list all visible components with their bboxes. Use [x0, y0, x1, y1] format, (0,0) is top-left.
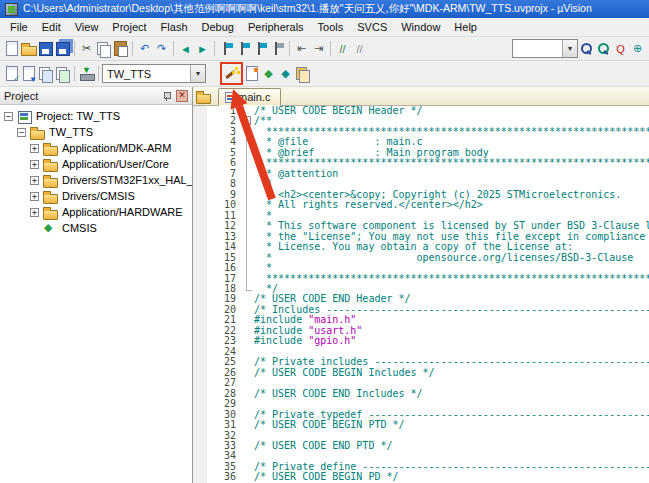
rebuild-icon[interactable] — [37, 65, 54, 83]
menu-project[interactable]: Project — [105, 19, 153, 35]
target-select[interactable]: TW_TTS▾ — [102, 64, 206, 83]
menu-flash[interactable]: Flash — [154, 19, 195, 35]
bookmark-next-icon[interactable] — [252, 40, 269, 58]
build-icon[interactable] — [20, 65, 37, 83]
pack-installer-icon[interactable]: ◆ — [277, 65, 294, 83]
fold-marker[interactable] — [241, 253, 254, 263]
tree-item[interactable]: +Application/MDK-ARM — [0, 140, 192, 156]
fold-marker[interactable] — [241, 221, 254, 231]
fold-marker[interactable] — [241, 232, 254, 242]
expand-icon[interactable]: + — [30, 160, 39, 169]
fold-marker[interactable]: − — [241, 116, 254, 126]
code-text — [254, 399, 649, 409]
fold-marker[interactable] — [241, 274, 254, 284]
browse-icon[interactable]: ⊕ — [629, 40, 646, 58]
collapse-icon[interactable]: − — [4, 112, 13, 121]
books-icon[interactable] — [294, 65, 311, 83]
fold-marker[interactable] — [241, 148, 254, 158]
menu-edit[interactable]: Edit — [35, 19, 68, 35]
copy-icon[interactable] — [95, 40, 112, 58]
find-in-files-icon[interactable] — [595, 40, 612, 58]
comment-icon[interactable]: // — [334, 40, 351, 58]
fold-marker[interactable] — [241, 158, 254, 168]
code-text: * — [254, 263, 649, 273]
tree-item[interactable]: CMSIS — [0, 220, 192, 236]
fold-marker[interactable] — [241, 200, 254, 210]
menu-window[interactable]: Window — [394, 19, 447, 35]
bookmark-clear-icon[interactable] — [269, 40, 286, 58]
project-panel-header: Project ✕ — [0, 87, 192, 105]
code-text: #include "usart.h" — [254, 326, 649, 336]
navigate-back-icon[interactable]: ◄ — [177, 40, 194, 58]
undo-icon[interactable]: ↶ — [136, 40, 153, 58]
open-file-icon[interactable] — [20, 40, 37, 58]
fold-marker[interactable] — [241, 263, 254, 273]
navigate-forward-icon[interactable]: ► — [194, 40, 211, 58]
fold-marker[interactable] — [241, 242, 254, 252]
expand-icon[interactable]: + — [30, 144, 39, 153]
tree-item-label: Application/User/Core — [62, 158, 169, 170]
bookmark-prev-icon[interactable] — [235, 40, 252, 58]
fold-margin — [241, 305, 254, 315]
save-all-icon[interactable] — [54, 40, 71, 58]
menu-peripherals[interactable]: Peripherals — [241, 19, 311, 35]
pin-icon[interactable] — [162, 91, 172, 101]
fold-marker[interactable] — [241, 190, 254, 200]
folder-icon[interactable] — [196, 90, 211, 103]
menu-file[interactable]: File — [3, 19, 35, 35]
file-extensions-icon[interactable] — [243, 65, 260, 83]
menu-help[interactable]: Help — [447, 19, 484, 35]
expand-icon[interactable]: + — [30, 192, 39, 201]
new-file-icon[interactable] — [3, 40, 20, 58]
chevron-down-icon[interactable]: ▾ — [190, 65, 205, 82]
fold-marker[interactable] — [241, 169, 254, 179]
code-line: 36/* USER CODE BEGIN PD */ — [193, 472, 649, 482]
tree-item[interactable]: +Drivers/STM32F1xx_HAL_Driver — [0, 172, 192, 188]
fold-marker[interactable] — [241, 137, 254, 147]
expand-icon[interactable]: + — [30, 176, 39, 185]
tab-main-c[interactable]: main.c — [218, 88, 281, 106]
expand-icon[interactable]: + — [30, 208, 39, 217]
menu-view[interactable]: View — [68, 19, 106, 35]
fold-marker[interactable] — [241, 211, 254, 221]
fold-marker[interactable] — [241, 284, 254, 294]
tree-item-label: Drivers/STM32F1xx_HAL_Driver — [62, 174, 192, 186]
menu-tools[interactable]: Tools — [311, 19, 351, 35]
annotation-highlight-box — [220, 62, 243, 85]
close-icon[interactable]: ✕ — [176, 90, 188, 102]
batch-build-icon[interactable] — [54, 65, 71, 83]
options-for-target-icon[interactable] — [223, 65, 240, 83]
tree-item[interactable]: −Project: TW_TTS — [0, 108, 192, 124]
chevron-down-icon[interactable]: ▾ — [562, 40, 577, 57]
fold-marker[interactable] — [241, 127, 254, 137]
uncomment-icon[interactable]: // — [351, 40, 368, 58]
tree-item[interactable]: +Application/HARDWARE — [0, 204, 192, 220]
collapse-icon[interactable]: − — [242, 116, 251, 125]
save-icon[interactable] — [37, 40, 54, 58]
paste-icon[interactable] — [112, 40, 129, 58]
tree-item[interactable]: +Drivers/CMSIS — [0, 188, 192, 204]
cut-icon[interactable]: ✂ — [78, 40, 95, 58]
incremental-find-icon[interactable]: Q — [612, 40, 629, 58]
code-line: 26/* USER CODE BEGIN Includes */ — [193, 368, 649, 378]
tree-item[interactable]: +Application/User/Core — [0, 156, 192, 172]
tree-item[interactable]: −TW_TTS — [0, 124, 192, 140]
menu-debug[interactable]: Debug — [195, 19, 241, 35]
fold-marker[interactable] — [241, 179, 254, 189]
bookmark-toggle-icon[interactable] — [218, 40, 235, 58]
menu-svcs[interactable]: SVCS — [350, 19, 394, 35]
project-panel-title: Project — [4, 90, 158, 102]
code-editor[interactable]: 1/* USER CODE BEGIN Header */2−/**3 ****… — [193, 106, 649, 483]
main-area: Project ✕ −Project: TW_TTS−TW_TTS+Applic… — [0, 87, 649, 483]
redo-icon[interactable]: ↷ — [153, 40, 170, 58]
unindent-icon[interactable]: ⇤ — [293, 40, 310, 58]
translate-file-icon[interactable] — [3, 65, 20, 83]
find-combobox[interactable]: ▾ — [512, 39, 578, 58]
code-text: */ — [254, 284, 649, 294]
collapse-icon[interactable]: − — [17, 128, 26, 137]
toolbar-separator — [330, 41, 331, 56]
find-icon[interactable] — [578, 40, 595, 58]
manage-rte-icon[interactable]: ◆ — [260, 65, 277, 83]
indent-icon[interactable]: ⇥ — [310, 40, 327, 58]
download-icon[interactable] — [78, 65, 95, 83]
